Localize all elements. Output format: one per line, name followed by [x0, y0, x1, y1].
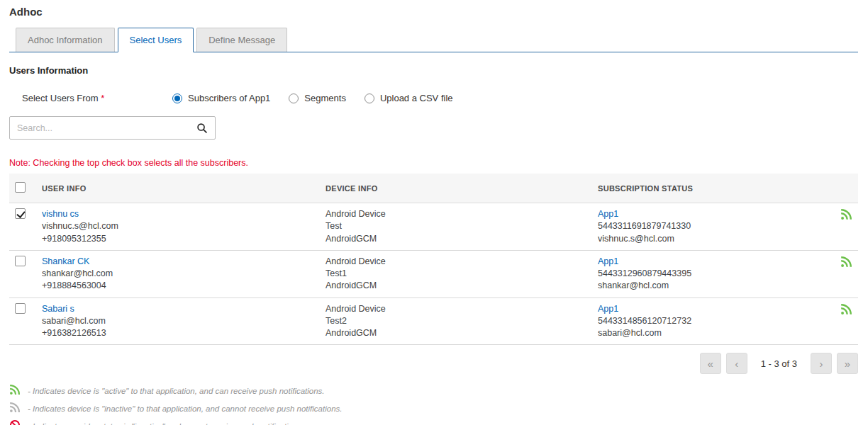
rss-active-icon: [9, 384, 21, 397]
status-legend: - Indicates device is "active" to that a…: [9, 384, 858, 425]
subscription-app-link[interactable]: App1: [598, 256, 618, 266]
tab-define-message[interactable]: Define Message: [196, 28, 287, 52]
subscribers-table: USER INFO DEVICE INFO SUBSCRIPTION STATU…: [9, 174, 858, 345]
select-users-from-options: Subscribers of App1 Segments Upload a CS…: [172, 93, 453, 103]
select-all-checkbox[interactable]: [15, 182, 26, 193]
column-header-status-icon: [820, 174, 858, 203]
table-row: Shankar CK shankar@hcl.com +918884563004…: [9, 250, 858, 298]
subscription-device-id: 5443311691879741330: [598, 220, 815, 232]
radio-segments-label: Segments: [304, 93, 346, 103]
required-asterisk: *: [101, 93, 104, 103]
search-icon[interactable]: [196, 123, 215, 134]
row-checkbox[interactable]: [15, 303, 26, 314]
table-row: Sabari s sabari@hcl.com +916382126513 An…: [9, 298, 858, 345]
user-email: shankar@hcl.com: [42, 268, 314, 280]
device-provider: AndroidGCM: [326, 280, 586, 292]
device-name: Test1: [326, 268, 586, 280]
search-box: [9, 116, 216, 140]
radio-dot-icon: [172, 94, 182, 103]
search-input[interactable]: [10, 123, 196, 133]
adhoc-page: Adhoc Adhoc Information Select Users Def…: [0, 0, 868, 425]
subscription-app-link[interactable]: App1: [598, 304, 618, 314]
pagination-prev-button[interactable]: ‹: [726, 353, 747, 374]
legend-text: - Indicates device is "inactive" to that…: [28, 404, 343, 413]
checkbox-box-icon: [15, 256, 26, 266]
legend-text: - Indicates device is "active" to that a…: [28, 387, 325, 395]
select-users-from-text: Select Users From: [22, 93, 99, 103]
table-header-row: USER INFO DEVICE INFO SUBSCRIPTION STATU…: [9, 174, 858, 203]
table-row: vishnu cs vishnuc.s@hcl.com +91809531235…: [9, 203, 858, 251]
subscription-email: sabari@hcl.com: [598, 327, 815, 339]
legend-item-provider-inactive: - Indicates provider status is "inactive…: [9, 419, 858, 425]
user-phone: +916382126513: [42, 327, 314, 339]
user-email: sabari@hcl.com: [42, 315, 314, 327]
subscription-email: shankar@hcl.com: [598, 280, 815, 292]
legend-item-device-active: - Indicates device is "active" to that a…: [9, 384, 858, 397]
device-name: Test: [326, 220, 586, 232]
pagination: « ‹ 1 - 3 of 3 › »: [9, 353, 858, 374]
radio-upload-csv[interactable]: Upload a CSV file: [365, 93, 453, 103]
subscription-device-id: 5443314856120712732: [598, 315, 815, 327]
device-provider: AndroidGCM: [326, 233, 586, 245]
tab-adhoc-information[interactable]: Adhoc Information: [16, 28, 115, 52]
users-information-heading: Users Information: [9, 65, 858, 76]
rss-active-icon: [840, 212, 852, 222]
row-checkbox[interactable]: [15, 256, 26, 266]
pagination-last-button[interactable]: »: [837, 353, 858, 374]
subscription-device-id: 5443312960879443395: [598, 268, 815, 280]
column-header-subscription-status: SUBSCRIPTION STATUS: [592, 174, 820, 203]
subscription-app-link[interactable]: App1: [598, 209, 618, 219]
page-title: Adhoc: [9, 6, 858, 18]
legend-text: - Indicates provider status is "inactive…: [28, 422, 304, 425]
radio-subscribers-of-app1[interactable]: Subscribers of App1: [172, 93, 270, 103]
device-platform: Android Device: [326, 256, 586, 268]
column-header-user-info: USER INFO: [36, 174, 320, 203]
user-name-link[interactable]: Shankar CK: [42, 256, 89, 266]
row-checkbox[interactable]: [15, 208, 26, 219]
select-users-from-row: Select Users From * Subscribers of App1 …: [9, 93, 858, 103]
device-platform: Android Device: [326, 208, 586, 220]
rss-inactive-icon: [9, 402, 21, 415]
rss-active-icon: [840, 260, 852, 270]
radio-dot-icon: [365, 94, 374, 103]
device-platform: Android Device: [326, 303, 586, 315]
tab-bar: Adhoc Information Select Users Define Me…: [9, 28, 858, 52]
subscribers-note: Note: Checking the top check box selects…: [9, 158, 858, 168]
device-name: Test2: [326, 315, 586, 327]
radio-subscribers-of-app1-label: Subscribers of App1: [188, 93, 270, 103]
rss-active-icon: [840, 307, 852, 317]
column-header-device-info: DEVICE INFO: [320, 174, 592, 203]
radio-segments[interactable]: Segments: [289, 93, 346, 103]
user-name-link[interactable]: Sabari s: [42, 304, 74, 314]
checkbox-box-icon: [15, 182, 26, 193]
pagination-next-button[interactable]: ›: [811, 353, 832, 374]
pagination-status: 1 - 3 of 3: [761, 358, 797, 369]
radio-upload-csv-label: Upload a CSV file: [380, 93, 453, 103]
subscription-email: vishnuc.s@hcl.com: [598, 233, 815, 245]
user-email: vishnuc.s@hcl.com: [42, 220, 314, 232]
user-name-link[interactable]: vishnu cs: [42, 209, 79, 219]
checkbox-box-icon: [15, 303, 26, 314]
pagination-first-button[interactable]: «: [700, 353, 721, 374]
provider-inactive-icon: [9, 419, 21, 425]
user-phone: +918884563004: [42, 280, 314, 292]
select-users-from-label: Select Users From *: [22, 93, 172, 103]
radio-dot-icon: [289, 94, 299, 103]
checkbox-box-icon: [15, 208, 26, 219]
tab-select-users[interactable]: Select Users: [118, 28, 194, 52]
user-phone: +918095312355: [42, 233, 314, 245]
device-provider: AndroidGCM: [326, 327, 586, 339]
legend-item-device-inactive: - Indicates device is "inactive" to that…: [9, 402, 858, 415]
